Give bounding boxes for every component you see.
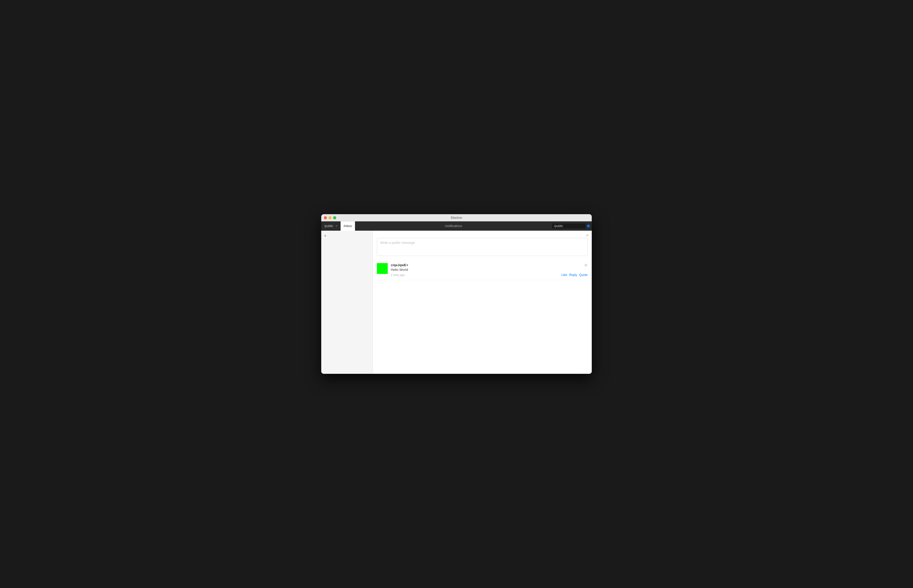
tabs-bar: /public ✕ /inbox /notifications bbox=[321, 221, 592, 231]
content-area: ⊿ c/qeJqwE+ Hello World 2 mins ago bbox=[373, 231, 592, 374]
sidebar: ▲ bbox=[321, 231, 373, 374]
minimize-button[interactable] bbox=[329, 216, 332, 219]
main-content: ▲ ⊿ c/qeJqwE+ Hello World bbox=[321, 231, 592, 374]
reply-button[interactable]: Reply bbox=[569, 273, 577, 277]
message-actions: Like Reply Quote bbox=[562, 273, 588, 277]
messages-list: c/qeJqwE+ Hello World 2 mins ago Like Re… bbox=[373, 260, 592, 374]
maximize-button[interactable] bbox=[333, 216, 336, 219]
message-compose bbox=[377, 238, 588, 257]
message-options-icon[interactable]: ⚙ bbox=[584, 263, 588, 267]
avatar bbox=[377, 263, 388, 274]
tab-inbox-label: /inbox bbox=[344, 224, 352, 228]
message-footer: 2 mins ago Like Reply Quote bbox=[391, 273, 588, 277]
chevron-up-icon: ▲ bbox=[324, 234, 327, 237]
tab-public-close[interactable]: ✕ bbox=[335, 225, 337, 227]
tab-public-label: /public bbox=[324, 224, 333, 228]
tab-center: /notifications bbox=[355, 221, 552, 231]
tab-right bbox=[552, 221, 592, 231]
like-button[interactable]: Like bbox=[562, 273, 567, 277]
search-input[interactable] bbox=[552, 223, 586, 229]
status-dot bbox=[587, 225, 590, 227]
window-controls bbox=[324, 216, 336, 219]
sidebar-collapse-button[interactable]: ▲ bbox=[321, 233, 372, 238]
tab-inbox[interactable]: /inbox bbox=[341, 221, 355, 231]
app-window: Electron /public ✕ /inbox /notifications… bbox=[321, 214, 592, 374]
table-row: c/qeJqwE+ Hello World 2 mins ago Like Re… bbox=[377, 260, 588, 280]
quote-button[interactable]: Quote bbox=[579, 273, 588, 277]
filter-icon[interactable]: ⊿ bbox=[586, 233, 589, 237]
tab-public[interactable]: /public ✕ bbox=[321, 221, 341, 231]
compose-textarea[interactable] bbox=[377, 238, 588, 256]
message-timestamp: 2 mins ago bbox=[391, 273, 405, 276]
message-text: Hello World bbox=[391, 268, 588, 271]
close-button[interactable] bbox=[324, 216, 327, 219]
message-username: c/qeJqwE+ bbox=[391, 263, 588, 267]
titlebar: Electron bbox=[321, 214, 592, 221]
notifications-tab[interactable]: /notifications bbox=[445, 224, 462, 228]
content-header: ⊿ bbox=[373, 231, 592, 238]
window-title: Electron bbox=[451, 216, 462, 220]
message-body: c/qeJqwE+ Hello World 2 mins ago Like Re… bbox=[391, 263, 588, 277]
